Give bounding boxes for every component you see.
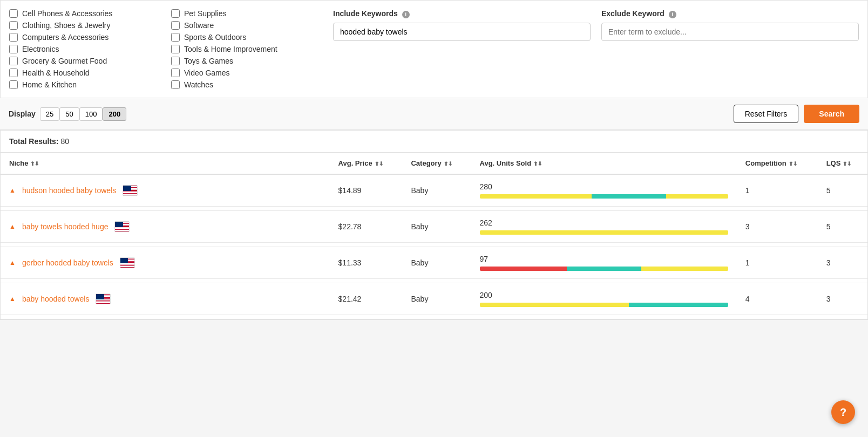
category-item[interactable]: Grocery & Gourmet Food bbox=[9, 57, 160, 65]
category-checkbox[interactable] bbox=[171, 9, 180, 18]
category-item[interactable]: Electronics bbox=[9, 45, 160, 53]
include-keywords-label: Include Keywords i bbox=[333, 9, 591, 18]
avg-units-value: 97 bbox=[480, 255, 728, 263]
avg-units-cell: 262 bbox=[471, 211, 737, 243]
col-header-niche[interactable]: Niche⬆⬇ bbox=[1, 153, 330, 174]
category-item[interactable]: Health & Household bbox=[9, 69, 160, 77]
bar-segment-yellow bbox=[480, 303, 629, 307]
avg-units-value: 262 bbox=[480, 218, 728, 227]
avg-units-cell: 200 bbox=[471, 283, 737, 315]
sort-icon: ⬆⬇ bbox=[444, 161, 452, 167]
filters-section: Cell Phones & AccessoriesClothing, Shoes… bbox=[0, 0, 868, 98]
keywords-row: Include Keywords i Exclude Keyword i bbox=[333, 9, 859, 41]
display-section: Display 2550100200 bbox=[0, 107, 126, 121]
category-item[interactable]: Sports & Outdoors bbox=[171, 33, 322, 42]
results-container: Total Results: 80 Niche⬆⬇Avg. Price⬆⬇Cat… bbox=[0, 130, 868, 320]
category-item[interactable]: Clothing, Shoes & Jewelry bbox=[9, 21, 160, 30]
display-option-50[interactable]: 50 bbox=[59, 107, 79, 121]
category-checkbox[interactable] bbox=[9, 9, 18, 18]
avg-units-cell: 280 bbox=[471, 174, 737, 207]
category-checkbox[interactable] bbox=[171, 21, 180, 30]
category-label: Home & Kitchen bbox=[22, 80, 77, 89]
avg-price-cell: $22.78 bbox=[330, 211, 403, 243]
category-checkbox[interactable] bbox=[9, 45, 18, 53]
display-option-200[interactable]: 200 bbox=[103, 107, 126, 121]
category-checkbox[interactable] bbox=[171, 57, 180, 65]
avg-units-value: 200 bbox=[480, 291, 728, 299]
lqs-cell: 5 bbox=[818, 211, 867, 243]
category-checkbox[interactable] bbox=[9, 69, 18, 77]
category-checkbox[interactable] bbox=[171, 69, 180, 77]
category-item[interactable]: Toys & Games bbox=[171, 57, 322, 65]
bar-segment-yellow bbox=[666, 194, 728, 199]
categories-col2: Pet SuppliesSoftwareSports & OutdoorsToo… bbox=[171, 9, 322, 89]
category-label: Software bbox=[184, 21, 214, 30]
include-keywords-input[interactable] bbox=[333, 23, 591, 41]
lqs-cell: 5 bbox=[818, 174, 867, 207]
table-header: Niche⬆⬇Avg. Price⬆⬇Category⬆⬇Avg. Units … bbox=[1, 153, 867, 174]
category-checkbox[interactable] bbox=[9, 57, 18, 65]
col-header-competition[interactable]: Competition⬆⬇ bbox=[737, 153, 818, 174]
col-header-avg--price[interactable]: Avg. Price⬆⬇ bbox=[330, 153, 403, 174]
results-table: Niche⬆⬇Avg. Price⬆⬇Category⬆⬇Avg. Units … bbox=[1, 153, 867, 319]
units-bar bbox=[480, 230, 728, 235]
niche-expand-icon[interactable]: ▲ bbox=[9, 295, 16, 303]
exclude-keyword-field: Exclude Keyword i bbox=[601, 9, 859, 41]
category-label: Cell Phones & Accessories bbox=[22, 9, 112, 18]
col-header-avg--units-sold[interactable]: Avg. Units Sold⬆⬇ bbox=[471, 153, 737, 174]
display-option-25[interactable]: 25 bbox=[40, 107, 59, 121]
category-checkbox[interactable] bbox=[171, 80, 180, 89]
sort-icon: ⬆⬇ bbox=[375, 161, 383, 167]
reset-filters-button[interactable]: Reset Filters bbox=[734, 105, 799, 123]
niche-link[interactable]: hudson hooded baby towels bbox=[22, 186, 116, 195]
niche-expand-icon[interactable]: ▲ bbox=[9, 223, 16, 230]
lqs-cell: 3 bbox=[818, 247, 867, 279]
category-item[interactable]: Video Games bbox=[171, 69, 322, 77]
category-label: Video Games bbox=[184, 69, 230, 77]
category-item[interactable]: Pet Supplies bbox=[171, 9, 322, 18]
include-keywords-field: Include Keywords i bbox=[333, 9, 591, 41]
category-label: Toys & Games bbox=[184, 57, 233, 65]
category-item[interactable]: Home & Kitchen bbox=[9, 80, 160, 89]
table-row: ▲baby towels hooded huge$22.78Baby26235 bbox=[1, 211, 867, 243]
category-item[interactable]: Software bbox=[171, 21, 322, 30]
bar-segment-teal bbox=[629, 303, 728, 307]
bar-segment-teal bbox=[592, 194, 666, 199]
category-checkbox[interactable] bbox=[171, 33, 180, 42]
us-flag-icon bbox=[114, 221, 130, 232]
col-header-category[interactable]: Category⬆⬇ bbox=[402, 153, 471, 174]
search-button[interactable]: Search bbox=[804, 105, 859, 123]
category-item[interactable]: Watches bbox=[171, 80, 322, 89]
exclude-keyword-input[interactable] bbox=[601, 23, 859, 41]
col-header-lqs[interactable]: LQS⬆⬇ bbox=[818, 153, 867, 174]
category-label: Health & Household bbox=[22, 69, 90, 77]
exclude-info-icon[interactable]: i bbox=[669, 11, 676, 18]
bar-segment-yellow bbox=[480, 230, 728, 235]
niche-expand-icon[interactable]: ▲ bbox=[9, 259, 16, 267]
bar-segment-yellow bbox=[641, 267, 728, 271]
us-flag-icon bbox=[120, 257, 135, 268]
category-item[interactable]: Computers & Accessories bbox=[9, 33, 160, 42]
niche-cell: ▲baby hooded towels bbox=[9, 293, 321, 304]
us-flag-icon bbox=[96, 293, 111, 304]
category-checkbox[interactable] bbox=[9, 80, 18, 89]
category-item[interactable]: Cell Phones & Accessories bbox=[9, 9, 160, 18]
category-label: Grocery & Gourmet Food bbox=[22, 57, 107, 65]
category-cell: Baby bbox=[402, 211, 471, 243]
competition-cell: 1 bbox=[737, 174, 818, 207]
category-item[interactable]: Tools & Home Improvement bbox=[171, 45, 322, 53]
niche-link[interactable]: baby hooded towels bbox=[22, 295, 90, 303]
niche-link[interactable]: baby towels hooded huge bbox=[22, 222, 109, 231]
niche-expand-icon[interactable]: ▲ bbox=[9, 187, 16, 194]
niche-link[interactable]: gerber hooded baby towels bbox=[22, 258, 113, 267]
bar-segment-red bbox=[480, 267, 567, 271]
avg-units-cell: 97 bbox=[471, 247, 737, 279]
category-checkbox[interactable] bbox=[9, 33, 18, 42]
category-checkbox[interactable] bbox=[171, 45, 180, 53]
units-bar bbox=[480, 267, 728, 271]
category-checkbox[interactable] bbox=[9, 21, 18, 30]
category-cell: Baby bbox=[402, 247, 471, 279]
include-info-icon[interactable]: i bbox=[402, 11, 410, 18]
display-label: Display bbox=[9, 110, 36, 118]
display-option-100[interactable]: 100 bbox=[79, 107, 103, 121]
